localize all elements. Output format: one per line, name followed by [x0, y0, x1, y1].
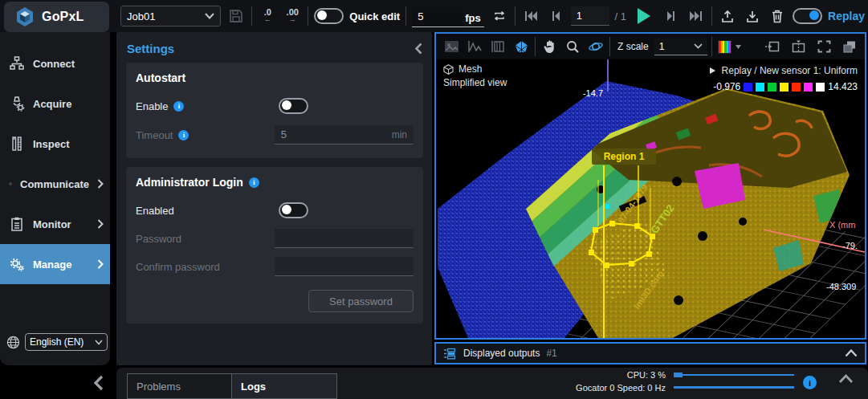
- upload-icon: [720, 9, 735, 23]
- play-icon: [636, 7, 652, 25]
- layers-icon: [842, 40, 857, 53]
- height-color-scale: -0.976 14.423: [713, 81, 858, 92]
- sidebar-collapse-button[interactable]: [88, 373, 108, 393]
- palette-swatch: [768, 83, 776, 92]
- outputs-list-icon: [443, 348, 457, 360]
- timeout-unit: min: [392, 129, 407, 140]
- timeout-value: 5: [281, 128, 287, 140]
- system-stats: CPU: 3 % Gocator 0 Speed: 0 Hz: [576, 370, 794, 393]
- fps-input[interactable]: 5: [412, 7, 463, 26]
- sidebar-item-label: Manage: [33, 259, 89, 271]
- center-view-button[interactable]: [789, 37, 808, 56]
- language-select[interactable]: English (EN): [25, 333, 108, 351]
- chevron-left-icon: [93, 375, 104, 391]
- view-mode-label: Simplified view: [443, 77, 507, 88]
- save-job-button[interactable]: [226, 6, 246, 26]
- admin-enabled-toggle[interactable]: [279, 202, 308, 218]
- globe-icon: [6, 336, 20, 349]
- communicate-icon: [9, 176, 12, 192]
- top-toolbar: GoPxL Job01 .0 ← .: [0, 0, 868, 32]
- decrease-decimal-button[interactable]: .0 ←: [258, 6, 277, 26]
- video-view-button[interactable]: [442, 37, 461, 56]
- outputs-expand-button[interactable]: [845, 349, 858, 357]
- arrow-left-icon: ←: [264, 16, 271, 23]
- stats-info-icon[interactable]: i: [803, 376, 817, 389]
- fps-field[interactable]: 5 fps: [412, 6, 484, 27]
- step-back-button[interactable]: [546, 6, 565, 26]
- tab-logs[interactable]: Logs: [232, 373, 337, 399]
- sidebar-item-communicate[interactable]: Communicate: [0, 164, 110, 204]
- zoom-tool-button[interactable]: [563, 37, 582, 56]
- profile-view-button[interactable]: [465, 37, 484, 56]
- pop-out-button[interactable]: [840, 37, 859, 56]
- mesh-cube-icon: [443, 64, 454, 75]
- download-button[interactable]: [743, 6, 762, 26]
- replay-source-label: Replay / New sensor 1: Uniform: [722, 65, 858, 76]
- app-logo: GoPxL: [4, 2, 109, 32]
- step-forward-icon: [666, 10, 676, 22]
- step-forward-button[interactable]: [662, 6, 681, 26]
- delete-button[interactable]: [768, 6, 787, 26]
- palette-swatch: [744, 83, 752, 92]
- outputs-label: Displayed outputs: [463, 348, 540, 359]
- replay-source[interactable]: Replay / New sensor 1: Uniform: [709, 65, 858, 76]
- fullscreen-button[interactable]: [814, 37, 833, 56]
- sidebar-item-manage[interactable]: Manage: [0, 244, 110, 284]
- z-scale-select[interactable]: 1: [654, 38, 707, 55]
- increase-decimal-button[interactable]: .00 →: [283, 6, 302, 26]
- rotate-tool-button[interactable]: [586, 37, 605, 56]
- password-label: Password: [136, 233, 275, 245]
- sidebar-item-inspect[interactable]: Inspect: [0, 124, 110, 164]
- gopxl-app: GoPxL Job01 .0 ← .: [0, 0, 868, 399]
- scale-min-value: -0.976: [713, 81, 740, 92]
- confirm-password-field[interactable]: [275, 257, 414, 276]
- password-field[interactable]: [275, 229, 414, 248]
- info-icon[interactable]: i: [173, 101, 184, 112]
- loop-icon: [492, 10, 507, 22]
- fit-data-button[interactable]: [763, 37, 782, 56]
- pan-tool-button[interactable]: [540, 37, 559, 56]
- sidebar-item-connect[interactable]: Connect: [0, 43, 110, 83]
- panel-collapse-button[interactable]: [414, 43, 422, 55]
- orbit-icon: [588, 39, 604, 54]
- palette-icon: [718, 40, 742, 54]
- outputs-badge: #1: [546, 348, 556, 359]
- bottom-panel-expand-button[interactable]: [838, 374, 854, 384]
- skip-to-start-button[interactable]: [521, 6, 540, 26]
- sidebar-item-acquire[interactable]: Acquire: [0, 83, 110, 124]
- x-axis-tick: -79.: [842, 241, 858, 250]
- manage-gears-icon: [9, 256, 25, 272]
- loop-playback-button[interactable]: [490, 6, 509, 26]
- replay-toggle[interactable]: [793, 8, 822, 24]
- speed-stat-label: Gocator 0 Speed: 0 Hz: [576, 383, 666, 393]
- sidebar-item-monitor[interactable]: Monitor: [0, 204, 110, 244]
- intensity-view-button[interactable]: [488, 37, 507, 56]
- info-icon[interactable]: i: [178, 130, 189, 140]
- palette-swatch: [816, 83, 825, 92]
- autostart-enable-toggle[interactable]: [279, 98, 308, 114]
- sidebar-item-label: Inspect: [33, 138, 104, 150]
- frame-input[interactable]: 1: [571, 6, 609, 26]
- timeout-field[interactable]: 5 min: [275, 125, 414, 145]
- cpu-stat-label: CPU: 3 %: [576, 370, 666, 380]
- info-icon[interactable]: i: [249, 177, 259, 188]
- mesh-view-button[interactable]: [511, 37, 531, 56]
- region-label: Region 1: [604, 151, 645, 162]
- bottom-panel: Problems Logs CPU: 3 % Gocator 0 Speed: …: [116, 368, 868, 399]
- sidebar-item-label: Connect: [33, 58, 104, 70]
- skip-start-icon: [524, 10, 538, 22]
- skip-to-end-button[interactable]: [687, 6, 706, 26]
- enable-label: Enable: [136, 100, 168, 112]
- admin-login-card: Administrator Login i Enabled Password C…: [126, 167, 423, 324]
- set-password-button[interactable]: Set password: [308, 290, 414, 312]
- gopxl-logo-icon: [14, 6, 35, 27]
- tab-problems[interactable]: Problems: [127, 373, 232, 399]
- region-anchor-handle[interactable]: [605, 204, 609, 209]
- job-select[interactable]: Job01: [120, 6, 221, 26]
- viewer-canvas[interactable]: 07-04-1979 GTT02 lmi3D.com X (mm -79. -4…: [436, 59, 865, 338]
- upload-button[interactable]: [718, 6, 737, 26]
- quick-edit-toggle[interactable]: [314, 8, 344, 24]
- play-button[interactable]: [632, 6, 656, 26]
- palette-button[interactable]: [716, 37, 744, 56]
- displayed-outputs-bar[interactable]: Displayed outputs #1: [434, 342, 866, 364]
